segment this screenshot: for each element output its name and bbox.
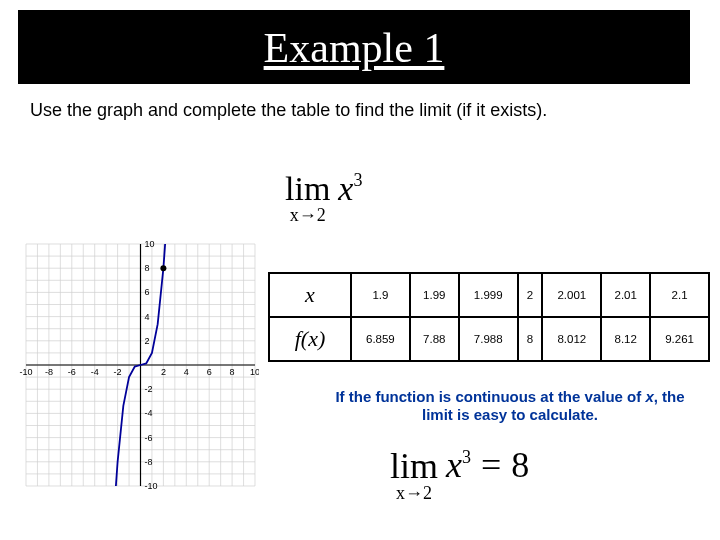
limit-result-expression: lim x→2 x3 = 8 xyxy=(390,444,529,502)
limit-expression: lim x→2 x3 xyxy=(285,170,362,224)
svg-text:6: 6 xyxy=(145,287,150,297)
lim-word: lim xyxy=(285,170,330,207)
svg-text:-10: -10 xyxy=(145,481,158,490)
svg-text:-10: -10 xyxy=(19,367,32,377)
table-x-cell: 1.99 xyxy=(410,273,459,317)
table-x-cell: 2.001 xyxy=(542,273,601,317)
lim-argument: x3 xyxy=(446,444,471,486)
table-x-cell: 1.9 xyxy=(351,273,410,317)
svg-text:-4: -4 xyxy=(145,408,153,418)
svg-text:-6: -6 xyxy=(145,433,153,443)
table-fx-cell: 8.12 xyxy=(601,317,650,361)
svg-text:-2: -2 xyxy=(145,384,153,394)
table-fx-cell: 7.88 xyxy=(410,317,459,361)
x-row-header: x xyxy=(269,273,351,317)
table-fx-cell: 6.859 xyxy=(351,317,410,361)
continuity-note: If the function is continuous at the val… xyxy=(320,388,700,424)
svg-text:-8: -8 xyxy=(45,367,53,377)
svg-text:4: 4 xyxy=(145,312,150,322)
fx-row-header: f(x) xyxy=(269,317,351,361)
svg-text:6: 6 xyxy=(207,367,212,377)
table-fx-cell: 9.261 xyxy=(650,317,709,361)
equals-sign: = xyxy=(481,444,501,486)
svg-text:4: 4 xyxy=(184,367,189,377)
lim-subscript: x→2 xyxy=(396,483,432,503)
value-table: x 1.91.991.99922.0012.012.1 f(x) 6.8597.… xyxy=(268,272,710,362)
svg-text:10: 10 xyxy=(145,240,155,249)
table-x-cell: 2 xyxy=(518,273,543,317)
svg-point-64 xyxy=(160,265,166,271)
table-fx-cell: 8 xyxy=(518,317,543,361)
limit-answer: 8 xyxy=(511,444,529,486)
svg-text:8: 8 xyxy=(230,367,235,377)
svg-text:-6: -6 xyxy=(68,367,76,377)
table-x-cell: 2.01 xyxy=(601,273,650,317)
table-fx-cell: 8.012 xyxy=(542,317,601,361)
svg-text:-2: -2 xyxy=(114,367,122,377)
instruction-text: Use the graph and complete the table to … xyxy=(30,100,720,121)
svg-text:-4: -4 xyxy=(91,367,99,377)
table-x-cell: 1.999 xyxy=(459,273,518,317)
lim-word: lim xyxy=(390,446,438,486)
slide-title: Example 1 xyxy=(18,10,690,84)
lim-argument: x3 xyxy=(338,170,362,208)
table-fx-cell: 7.988 xyxy=(459,317,518,361)
svg-text:10: 10 xyxy=(250,367,259,377)
svg-text:2: 2 xyxy=(145,336,150,346)
lim-subscript: x→2 xyxy=(290,205,326,225)
svg-text:8: 8 xyxy=(145,263,150,273)
svg-text:-8: -8 xyxy=(145,457,153,467)
function-graph: -10-8-6-4-2246810-10-8-6-4-2246810 xyxy=(4,240,259,490)
table-x-cell: 2.1 xyxy=(650,273,709,317)
svg-text:2: 2 xyxy=(161,367,166,377)
